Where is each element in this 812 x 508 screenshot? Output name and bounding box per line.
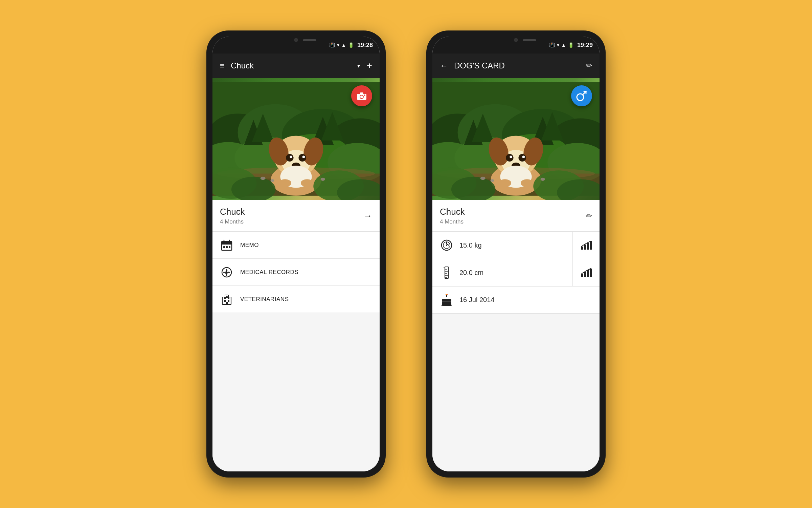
height-chart-icon — [581, 268, 592, 277]
svg-rect-45 — [226, 246, 228, 248]
svg-point-27 — [301, 179, 313, 187]
app-bar-1: ≡ Chuck ▾ + — [212, 54, 380, 78]
cake-icon — [440, 293, 453, 307]
status-time-1: 19:28 — [357, 42, 373, 49]
svg-point-39 — [364, 94, 365, 96]
wifi-icon-2: ▾ — [557, 42, 559, 48]
dog-info-card-2: Chuck 4 Months ✏ — [432, 200, 600, 232]
svg-point-26 — [279, 179, 291, 187]
svg-point-22 — [290, 155, 292, 158]
calendar-icon — [220, 238, 233, 252]
battery-icon-2: 🔋 — [568, 42, 574, 48]
svg-rect-117 — [587, 270, 589, 277]
app-title-1: Chuck — [231, 61, 357, 70]
svg-point-83 — [522, 155, 525, 158]
status-time-2: 19:29 — [577, 42, 593, 49]
phone-1: 📳 ▾ ▲ 🔋 19:28 ≡ Chuck ▾ + — [206, 30, 386, 478]
dog-info-text-1: Chuck 4 Months — [220, 207, 363, 225]
svg-point-32 — [261, 177, 266, 180]
dog-info-card-1[interactable]: Chuck 4 Months → — [212, 200, 380, 232]
weight-chart-button[interactable] — [572, 232, 600, 259]
height-stat-row: h 20.0 cm — [432, 259, 600, 287]
height-stat-left: h 20.0 cm — [432, 259, 572, 286]
svg-point-34 — [321, 178, 325, 181]
dog-age-2: 4 Months — [440, 218, 586, 225]
svg-rect-54 — [224, 300, 226, 302]
hospital-icon — [220, 293, 233, 306]
dog-info-text-2: Chuck 4 Months — [440, 207, 586, 225]
vibrate-icon: 📳 — [329, 42, 335, 48]
phone-2-screen: 📳 ▾ ▲ 🔋 19:29 ← DOG'S CARD ✏ — [432, 37, 600, 471]
birthday-row[interactable]: 16 Jul 2014 — [432, 287, 600, 314]
wifi-icon: ▾ — [337, 42, 339, 48]
male-gender-fab[interactable] — [571, 85, 592, 106]
add-icon[interactable]: + — [367, 60, 372, 71]
svg-point-81 — [518, 154, 526, 162]
app-title-2: DOG'S CARD — [454, 61, 586, 70]
male-icon — [576, 90, 587, 102]
birthday-value: 16 Jul 2014 — [459, 296, 494, 304]
signal-icon-2: ▲ — [561, 42, 566, 48]
signal-icon: ▲ — [341, 42, 346, 48]
hamburger-menu-icon[interactable]: ≡ — [220, 61, 225, 70]
svg-rect-106 — [587, 243, 589, 250]
app-bar-2: ← DOG'S CARD ✏ — [432, 54, 600, 78]
back-icon[interactable]: ← — [440, 61, 448, 70]
medical-records-label: MEDICAL RECORDS — [240, 269, 298, 276]
svg-rect-44 — [223, 246, 225, 248]
svg-rect-108 — [445, 267, 448, 278]
veterinarians-menu-item[interactable]: VETERINARIANS — [212, 286, 380, 313]
phone-1-screen: 📳 ▾ ▲ 🔋 19:28 ≡ Chuck ▾ + — [212, 37, 380, 471]
svg-rect-38 — [360, 92, 363, 94]
svg-rect-104 — [581, 247, 583, 250]
dropdown-icon[interactable]: ▾ — [357, 63, 360, 69]
svg-rect-118 — [590, 269, 592, 277]
medical-icon — [220, 266, 233, 279]
navigate-arrow-icon[interactable]: → — [363, 211, 372, 221]
ruler-icon: h — [440, 266, 453, 279]
svg-rect-56 — [226, 302, 228, 304]
svg-point-23 — [302, 155, 305, 158]
svg-point-87 — [521, 179, 533, 187]
svg-rect-41 — [222, 241, 232, 245]
weight-chart-icon — [581, 240, 592, 250]
svg-point-33 — [271, 179, 274, 182]
screen-fill-2 — [432, 314, 600, 471]
svg-point-92 — [480, 177, 486, 180]
svg-rect-107 — [590, 241, 592, 250]
weight-stat-row: 15.0 kg — [432, 232, 600, 259]
phone-2: 📳 ▾ ▲ 🔋 19:29 ← DOG'S CARD ✏ — [426, 30, 606, 478]
svg-point-94 — [541, 178, 545, 181]
svg-rect-105 — [584, 245, 586, 250]
svg-rect-115 — [581, 274, 583, 277]
status-icons-1: 📳 ▾ ▲ 🔋 — [329, 42, 354, 48]
svg-point-86 — [499, 179, 511, 187]
dog-name-1: Chuck — [220, 207, 363, 217]
scale-icon — [440, 238, 453, 252]
height-chart-button[interactable] — [572, 259, 600, 286]
svg-point-82 — [510, 155, 512, 158]
status-bar-1: 📳 ▾ ▲ 🔋 19:28 — [212, 37, 380, 54]
dog-name-2: Chuck — [440, 207, 586, 217]
svg-text:h: h — [444, 267, 445, 269]
weight-value: 15.0 kg — [459, 241, 482, 249]
medical-records-menu-item[interactable]: MEDICAL RECORDS — [212, 259, 380, 286]
svg-point-93 — [491, 179, 494, 182]
camera-icon — [357, 91, 367, 100]
height-value: 20.0 cm — [459, 269, 483, 277]
edit-pencil-icon[interactable]: ✏ — [586, 212, 592, 220]
edit-icon-appbar[interactable]: ✏ — [586, 61, 592, 70]
veterinarians-label: VETERINARIANS — [240, 296, 289, 303]
memo-menu-item[interactable]: MEMO — [212, 232, 380, 259]
screen-fill-1 — [212, 313, 380, 471]
svg-point-103 — [446, 245, 447, 246]
svg-point-123 — [441, 304, 452, 306]
camera-fab-button[interactable] — [351, 85, 372, 106]
status-bar-2: 📳 ▾ ▲ 🔋 19:29 — [432, 37, 600, 54]
svg-point-37 — [360, 96, 363, 98]
svg-point-21 — [298, 154, 306, 162]
battery-icon: 🔋 — [348, 42, 354, 48]
svg-rect-46 — [229, 246, 230, 248]
weight-stat-left: 15.0 kg — [432, 232, 572, 259]
dog-photo-2 — [432, 78, 600, 200]
